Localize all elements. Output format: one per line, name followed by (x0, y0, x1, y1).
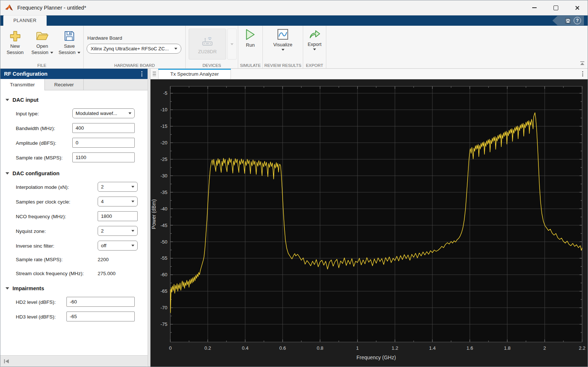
svg-text:-40: -40 (160, 206, 167, 212)
svg-text:-65: -65 (160, 288, 167, 294)
sample-rate-field[interactable] (72, 152, 135, 162)
close-button[interactable] (566, 0, 588, 15)
svg-text:2.2: 2.2 (579, 345, 585, 351)
spectrum-plot-container: 00.20.40.60.811.21.41.61.822.2-5-10-15-2… (150, 79, 588, 367)
svg-text:-70: -70 (160, 305, 167, 310)
main-area: RF Configuration Transmitter Receiver DA… (0, 69, 588, 367)
hd2-level-field[interactable] (66, 297, 135, 307)
matlab-logo-icon (5, 4, 14, 12)
run-icon (245, 29, 255, 40)
ribbon-section-devices: ZU28DR DEVICES (186, 26, 238, 68)
svg-text:-25: -25 (160, 156, 167, 162)
run-button[interactable]: Run (238, 26, 262, 48)
document-menu-kebab-icon[interactable] (581, 70, 585, 78)
new-session-button[interactable]: New Session (2, 28, 28, 68)
quick-access-toolbar: ? (552, 16, 584, 25)
svg-text:-55: -55 (160, 255, 167, 261)
device-dropdown-button[interactable] (227, 29, 237, 60)
row-nyquist-zone: Nyquist zone: 2 (0, 226, 148, 236)
svg-text:Power (dBm): Power (dBm) (151, 199, 157, 229)
close-icon (575, 6, 580, 10)
ribbon-section-review-results: Visualize REVIEW RESULTS (263, 26, 303, 68)
tab-planner[interactable]: PLANNER (3, 15, 47, 26)
amplitude-field[interactable] (72, 138, 135, 148)
collapse-panel-button[interactable] (4, 359, 9, 364)
svg-text:0.8: 0.8 (317, 345, 323, 351)
tab-receiver[interactable]: Receiver (45, 79, 84, 90)
help-button[interactable]: ? (574, 17, 581, 24)
chevron-down-icon (131, 230, 134, 232)
save-session-icon (64, 29, 75, 43)
visualize-dropdown-icon (282, 49, 284, 51)
open-session-dropdown-icon (50, 52, 53, 54)
rf-configuration-header: RF Configuration (0, 69, 148, 79)
tab-drag-grip-icon[interactable] (153, 72, 156, 76)
hardware-board-select[interactable]: Xilinx Zynq UltraScale+ RFSoC ZC... (87, 44, 181, 54)
row-sample-rate-input: Sample rate (MSPS): (0, 152, 148, 162)
panel-title: RF Configuration (4, 71, 47, 77)
nyquist-zone-dropdown[interactable]: 2 (98, 226, 138, 236)
rf-config-tab-strip: Transmitter Receiver (0, 79, 148, 90)
row-hd3-level: HD3 level (dBFS): (0, 312, 148, 321)
panel-splitter[interactable] (148, 69, 150, 367)
svg-text:1.6: 1.6 (467, 345, 473, 351)
svg-text:1.8: 1.8 (504, 345, 511, 351)
svg-text:Frequency (GHz): Frequency (GHz) (356, 355, 396, 360)
section-impairments[interactable]: Impairments (6, 285, 148, 291)
dac-sample-rate-value: 2200 (98, 257, 109, 262)
tab-tx-spectrum-analyzer[interactable]: Tx Spectrum Analyzer (158, 69, 231, 79)
quick-save-button[interactable] (565, 18, 571, 24)
row-nco-frequency: NCO frequency (MHz): (0, 211, 148, 221)
panel-menu-kebab-icon[interactable] (140, 70, 144, 78)
open-session-button[interactable]: Open Session (29, 28, 55, 68)
save-icon (565, 18, 571, 24)
section-label-export: EXPORT (303, 63, 326, 68)
device-zu28dr-button[interactable]: ZU28DR (189, 29, 226, 60)
hd3-level-field[interactable] (66, 312, 135, 321)
visualize-button[interactable]: Visualize (263, 26, 303, 51)
minimize-button[interactable] (524, 0, 545, 15)
svg-text:1: 1 (356, 345, 359, 351)
row-dac-sample-rate: Sample rate (MSPS): 2200 (0, 255, 148, 263)
svg-text:-35: -35 (160, 190, 167, 195)
export-button[interactable]: Export (303, 26, 326, 50)
maximize-button[interactable] (545, 0, 566, 15)
app-window: Frequency Planner - untitled* PLANNER ? (0, 0, 588, 367)
ribbon-section-file: New Session Open Session (0, 26, 84, 68)
row-interpolation-mode: Interpolation mode (xN): 2 (0, 182, 148, 192)
section-dac-input[interactable]: DAC input (6, 97, 148, 103)
collapse-left-icon (4, 359, 9, 364)
samples-per-clock-dropdown[interactable]: 4 (98, 197, 138, 206)
svg-text:2: 2 (543, 345, 546, 351)
ribbon: New Session Open Session (0, 26, 588, 69)
collapse-caret-icon (6, 287, 9, 289)
bandwidth-field[interactable] (72, 123, 135, 133)
panel-bottom-bar (0, 355, 148, 367)
svg-text:-45: -45 (160, 223, 167, 228)
interpolation-mode-dropdown[interactable]: 2 (98, 182, 138, 192)
save-session-dropdown-icon (77, 52, 80, 54)
inverse-sinc-dropdown[interactable]: off (98, 241, 138, 251)
device-icon (200, 34, 214, 47)
svg-text:0.4: 0.4 (242, 345, 248, 351)
stream-clock-value: 275.000 (98, 271, 116, 276)
section-dac-configuration[interactable]: DAC configuration (6, 170, 148, 176)
row-input-type: Input type: Modulated wavef... (0, 108, 148, 118)
nco-frequency-field[interactable] (98, 211, 138, 221)
hardware-board-label: Hardware Board (87, 35, 185, 41)
svg-text:1.2: 1.2 (392, 345, 398, 351)
input-type-dropdown[interactable]: Modulated wavef... (72, 108, 135, 118)
save-session-button[interactable]: Save Session (56, 28, 83, 68)
device-name: ZU28DR (198, 49, 217, 54)
row-samples-per-clock: Samples per clock cycle: 4 (0, 197, 148, 206)
section-label-hardware-board: HARDWARE BOARD (84, 63, 185, 68)
spectrum-panel: Tx Spectrum Analyzer 00.20.40.60.811.21.… (150, 69, 588, 367)
section-label-devices: DEVICES (186, 63, 238, 68)
chevron-down-icon (174, 48, 177, 50)
chevron-down-icon (231, 43, 233, 45)
tab-transmitter[interactable]: Transmitter (0, 79, 45, 90)
svg-text:-60: -60 (160, 272, 167, 277)
collapse-ribbon-button[interactable] (580, 60, 585, 67)
svg-text:-5: -5 (163, 90, 167, 96)
spectrum-plot-svg[interactable]: 00.20.40.60.811.21.41.61.822.2-5-10-15-2… (150, 79, 588, 367)
